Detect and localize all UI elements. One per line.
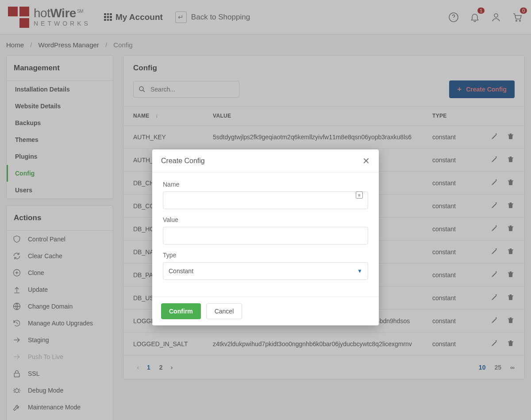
autofill-contact-icon[interactable]: ≡ [356, 191, 363, 199]
close-icon[interactable]: ✕ [362, 156, 370, 166]
field-value-input[interactable] [163, 227, 368, 244]
field-name-label: Name [163, 181, 368, 188]
field-name-input[interactable] [163, 191, 368, 209]
create-config-modal: Create Config ✕ Name ≡ Value Type Consta… [152, 149, 379, 325]
confirm-button[interactable]: Confirm [161, 303, 201, 319]
field-type-value: Constant [169, 267, 193, 275]
field-type-label: Type [163, 252, 368, 259]
field-type-select[interactable]: Constant ▼ [163, 262, 368, 280]
modal-overlay[interactable]: Create Config ✕ Name ≡ Value Type Consta… [0, 0, 531, 420]
chevron-down-icon: ▼ [357, 268, 362, 274]
field-value-label: Value [163, 216, 368, 223]
cancel-button[interactable]: Cancel [206, 303, 242, 319]
modal-title: Create Config [161, 157, 205, 165]
